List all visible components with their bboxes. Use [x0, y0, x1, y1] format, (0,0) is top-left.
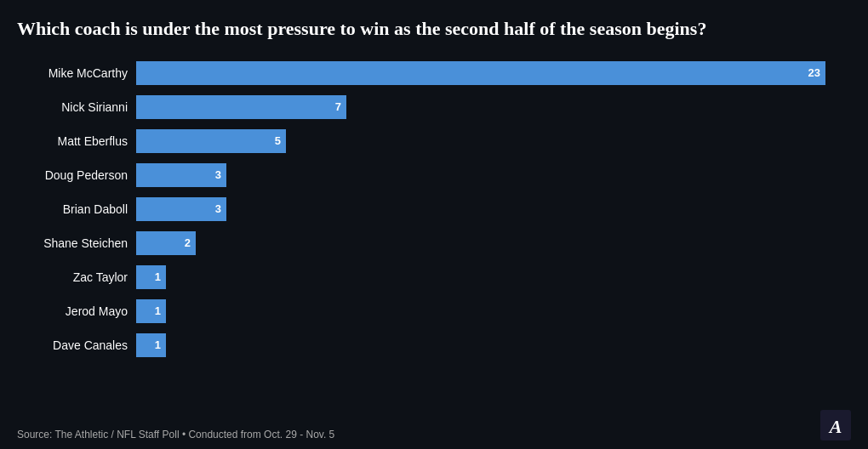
- bar-label: Doug Pederson: [17, 168, 136, 182]
- bar-row: Shane Steichen2: [17, 227, 851, 259]
- bar-label: Nick Sirianni: [17, 100, 136, 114]
- bar-row: Jerod Mayo1: [17, 295, 851, 327]
- bar-label: Jerod Mayo: [17, 304, 136, 318]
- bar-container: 1: [136, 265, 851, 289]
- bar-value: 5: [275, 134, 281, 147]
- bar: 3: [136, 163, 226, 187]
- bar-row: Dave Canales1: [17, 329, 851, 361]
- bar-row: Doug Pederson3: [17, 159, 851, 191]
- bar-container: 1: [136, 333, 851, 357]
- bar-container: 2: [136, 231, 851, 255]
- bar: 2: [136, 231, 196, 255]
- bar-label: Dave Canales: [17, 338, 136, 352]
- bar-value: 1: [155, 304, 161, 317]
- bar-container: 23: [136, 61, 851, 85]
- bar-value: 7: [335, 100, 341, 113]
- bar-container: 1: [136, 299, 851, 323]
- bar-value: 1: [155, 338, 161, 351]
- bar-value: 3: [215, 168, 221, 181]
- bar-container: 3: [136, 197, 851, 221]
- bar-row: Mike McCarthy23: [17, 57, 851, 89]
- footer: Source: The Athletic / NFL Staff Poll • …: [17, 410, 851, 440]
- bar: 1: [136, 333, 166, 357]
- source-text: Source: The Athletic / NFL Staff Poll • …: [17, 429, 334, 440]
- bar: 5: [136, 129, 286, 153]
- bar-value: 1: [155, 270, 161, 283]
- bar-label: Brian Daboll: [17, 202, 136, 216]
- bar-label: Shane Steichen: [17, 236, 136, 250]
- bar-value: 2: [185, 236, 191, 249]
- chart-title: Which coach is under the most pressure t…: [17, 17, 851, 42]
- bar-container: 5: [136, 129, 851, 153]
- bar-container: 3: [136, 163, 851, 187]
- bar: 1: [136, 299, 166, 323]
- svg-text:A: A: [828, 416, 842, 437]
- athletic-logo: A: [820, 410, 851, 440]
- bar-label: Zac Taylor: [17, 270, 136, 284]
- bar-row: Nick Sirianni7: [17, 91, 851, 123]
- bar: 23: [136, 61, 825, 85]
- bar: 1: [136, 265, 166, 289]
- chart-area: Mike McCarthy23Nick Sirianni7Matt Eberfl…: [17, 57, 851, 403]
- main-container: Which coach is under the most pressure t…: [0, 0, 868, 449]
- bar-label: Matt Eberflus: [17, 134, 136, 148]
- bar-row: Brian Daboll3: [17, 193, 851, 225]
- bar-label: Mike McCarthy: [17, 66, 136, 80]
- bar-row: Zac Taylor1: [17, 261, 851, 293]
- bar: 7: [136, 95, 346, 119]
- bar-container: 7: [136, 95, 851, 119]
- bar: 3: [136, 197, 226, 221]
- bar-value: 3: [215, 202, 221, 215]
- bar-value: 23: [808, 66, 820, 79]
- bar-row: Matt Eberflus5: [17, 125, 851, 157]
